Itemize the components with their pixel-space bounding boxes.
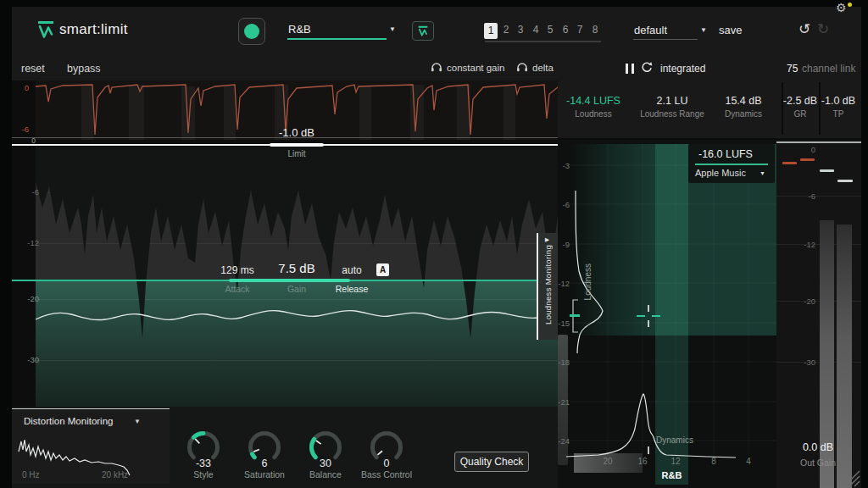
channel-link-value[interactable]: 75: [787, 63, 798, 75]
stat-loudness-label: Loudness: [559, 109, 627, 119]
sonible-logo-icon: [37, 20, 54, 39]
preset-slot-2[interactable]: 2: [499, 24, 513, 36]
loop-measure-icon[interactable]: [640, 61, 654, 74]
map-x-axis-label: Dynamics: [656, 435, 693, 445]
loudness-map[interactable]: -3 -6 -9 -12 -15 -18 -21 -24 20 16 12 8 …: [558, 138, 776, 488]
release-label: Release: [331, 284, 373, 294]
map-y-axis-label: Loudness: [583, 263, 593, 300]
reset-button[interactable]: reset: [21, 63, 45, 75]
record-circle-icon: [244, 24, 259, 39]
map-x-tick: 8: [704, 457, 724, 466]
loudness-target-box[interactable]: -16.0 LUFS Apple Music ▼: [688, 144, 775, 183]
platform-chevron-down-icon[interactable]: ▼: [760, 170, 765, 176]
distortion-title[interactable]: Distortion Monitoring: [24, 416, 113, 426]
redo-icon[interactable]: ↻: [817, 20, 829, 38]
bypass-button[interactable]: bypass: [67, 63, 101, 75]
preset-slot-6[interactable]: 6: [559, 24, 572, 36]
distortion-chevron-down-icon[interactable]: ▼: [134, 418, 141, 425]
preset-slot-4[interactable]: 4: [529, 24, 542, 36]
preset-slot-8[interactable]: 8: [588, 24, 602, 36]
style-value[interactable]: -33: [170, 458, 237, 469]
preset-slot-3[interactable]: 3: [514, 24, 527, 36]
freq-max-label: 20 kHz: [102, 470, 128, 480]
stat-tp: -1.0 dB TP: [820, 95, 857, 119]
stat-gr-value: -2.5 dB: [782, 95, 818, 107]
preset-name-underline: [633, 39, 698, 40]
wave-scale-minus6: -6: [22, 187, 39, 197]
limit-handle[interactable]: [270, 143, 324, 147]
constant-gain-toggle[interactable]: constant gain: [447, 63, 504, 73]
map-x-tick: 4: [738, 457, 759, 466]
map-y-tick: -24: [558, 436, 570, 446]
stat-dynamics-value: 15.4 dB: [707, 95, 780, 107]
tab-label: Loudness Monitoring: [543, 245, 553, 324]
stat-dynamics-label: Dynamics: [707, 109, 780, 119]
distortion-panel: Distortion Monitoring ▼ 0 Hz 20 kHz: [12, 408, 170, 484]
tp-meter-right: [837, 180, 853, 182]
attack-label: Attack: [203, 284, 271, 294]
target-loudness-value[interactable]: -16.0 LUFS: [698, 148, 753, 160]
wave-scale-minus12: -12: [19, 238, 39, 247]
preset-slot-7[interactable]: 7: [573, 24, 587, 36]
profile-underline: [287, 38, 387, 40]
stat-loudness: -14.4 LUFS Loudness: [559, 95, 627, 119]
profile-chevron-down-icon[interactable]: ▼: [389, 25, 396, 33]
gr-scale-0: 0: [15, 83, 29, 92]
bass-control-value[interactable]: 0: [353, 458, 420, 469]
headphones-icon: [516, 61, 528, 72]
stat-tp-value: -1.0 dB: [820, 95, 857, 107]
preset-slot-1[interactable]: 1: [484, 23, 498, 39]
gain-label: Gain: [263, 284, 331, 294]
crosshair-cursor: [637, 305, 660, 327]
preset-chevron-down-icon[interactable]: ▼: [700, 26, 707, 34]
channel-link-label: channel link: [802, 63, 855, 75]
gear-icon[interactable]: ⚙: [836, 1, 847, 14]
headphones-icon: [431, 61, 442, 72]
map-y-tick: -9: [558, 240, 570, 249]
record-learning-button[interactable]: [238, 18, 265, 45]
limit-label: Limit: [271, 149, 322, 158]
delta-toggle[interactable]: delta: [532, 63, 554, 73]
target-platform-select[interactable]: Apple Music: [695, 168, 746, 178]
attack-value[interactable]: 129 ms: [203, 264, 271, 276]
map-y-tick: -21: [558, 397, 570, 407]
profile-select[interactable]: R&B: [288, 23, 311, 36]
limit-value[interactable]: -1.0 dB: [263, 126, 331, 139]
preset-name-select[interactable]: default: [634, 24, 667, 36]
stat-range-label: Loudness Range: [634, 109, 710, 119]
pause-icon[interactable]: [626, 64, 635, 74]
preset-slot-5[interactable]: 5: [543, 24, 557, 36]
release-value[interactable]: auto: [331, 264, 373, 276]
target-underline: [695, 164, 768, 165]
integrated-mode-select[interactable]: integrated: [660, 63, 705, 75]
wave-scale-minus30: -30: [19, 355, 39, 364]
bass-control-label: Bass Control: [348, 469, 425, 480]
auto-release-badge[interactable]: A: [376, 263, 389, 276]
gr-meter-right: [800, 158, 815, 161]
app-title: smart:limit: [59, 21, 128, 38]
ai-profile-button[interactable]: [412, 21, 434, 41]
stat-dynamics: 15.4 dB Dynamics: [707, 95, 780, 119]
undo-icon[interactable]: ↺: [798, 20, 810, 38]
meter-tick: -30: [776, 358, 815, 367]
gain-handle[interactable]: [229, 279, 350, 282]
saturation-value[interactable]: 6: [231, 458, 298, 469]
loudness-monitoring-tab[interactable]: ▶ Loudness Monitoring: [537, 233, 559, 340]
balance-value[interactable]: 30: [292, 458, 359, 469]
gain-value[interactable]: 7.5 dB: [263, 261, 331, 275]
stat-loudness-range: 2.1 LU Loudness Range: [634, 95, 710, 119]
resize-handle[interactable]: [839, 466, 861, 488]
meter-tick: -20: [776, 297, 815, 306]
stat-gr: -2.5 dB GR: [782, 95, 818, 119]
map-y-tick: -15: [558, 319, 570, 328]
save-button[interactable]: save: [719, 24, 742, 36]
out-gain-value[interactable]: 0.0 dB: [788, 441, 848, 453]
notification-dot: [848, 3, 852, 7]
quality-check-button[interactable]: Quality Check: [454, 452, 529, 472]
map-x-tick: 12: [665, 457, 686, 466]
freq-min-label: 0 Hz: [22, 470, 40, 480]
map-y-tick: -3: [558, 161, 570, 170]
map-y-tick: -12: [558, 279, 570, 288]
genre-label: R&B: [655, 470, 688, 480]
meter-tick: -12: [776, 240, 815, 249]
